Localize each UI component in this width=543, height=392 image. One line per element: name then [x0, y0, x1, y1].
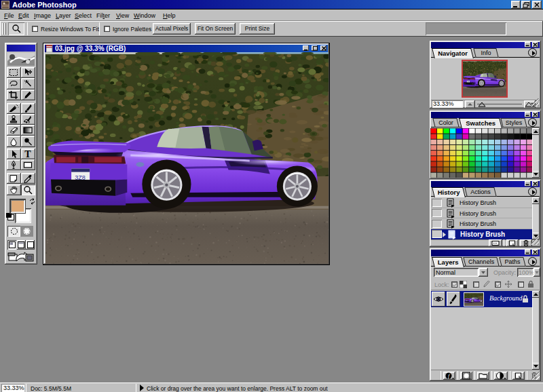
svg-text:T: T: [24, 149, 31, 159]
